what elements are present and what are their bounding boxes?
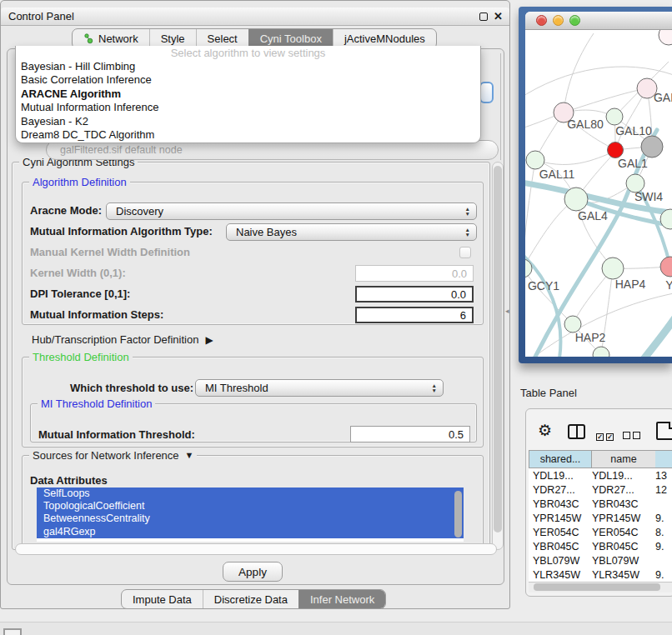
column-header-name[interactable]: name	[592, 450, 656, 468]
settings-horizontal-scrollbar[interactable]	[15, 543, 497, 555]
attribute-item-betweennesscentrality[interactable]: BetweennessCentrality	[37, 512, 464, 525]
kernel-width-field[interactable]: 0.0	[355, 265, 474, 282]
manual-kernel-width-checkbox[interactable]	[459, 247, 471, 258]
node-top-fragment[interactable]	[659, 30, 672, 45]
columns-icon[interactable]	[568, 424, 585, 439]
node-gal10[interactable]	[606, 108, 623, 125]
node-salmon[interactable]	[660, 257, 672, 277]
algorithm-option-bayesian-k2[interactable]: Bayesian - K2	[16, 115, 480, 128]
label-gal-partial: GAL	[654, 91, 672, 104]
table-row[interactable]: YER054CYER054C8.	[529, 525, 672, 539]
application-stage: Control Panel ✕ Network Style Select Cyn…	[0, 0, 672, 635]
cell-name: YBR043C	[592, 498, 655, 510]
tab-jactivemnodules-label: jActiveMNodules	[344, 32, 425, 45]
table-row[interactable]: YDL19...YDL19...13	[529, 468, 672, 482]
algorithm-dropdown-popup: Select algorithm to view settings Bayesi…	[15, 46, 481, 143]
node-gray[interactable]	[641, 136, 663, 158]
apply-button-label: Apply	[238, 566, 267, 578]
algorithm-option-mutual-information[interactable]: Mutual Information Inference	[16, 101, 480, 114]
tab-style-label: Style	[161, 32, 185, 45]
which-threshold-combo[interactable]: MI Threshold ▲ ▼	[195, 379, 444, 397]
float-window-icon[interactable]	[479, 12, 488, 21]
window-close-icon[interactable]	[536, 15, 547, 26]
cell-name: YBR045C	[592, 541, 655, 552]
sources-group-title-row[interactable]: Sources for Network Inference ▼	[29, 449, 197, 462]
algorithm-option-bayesian-hill-climbing[interactable]: Bayesian - Hill Climbing	[16, 60, 480, 73]
table-document-icon[interactable]	[656, 422, 672, 440]
cell-shared: YBR045C	[529, 541, 592, 552]
table-row[interactable]: YPR145WYPR145W9.	[529, 511, 672, 525]
node-gal4[interactable]	[564, 188, 588, 211]
cell-shared: YBR043C	[529, 498, 592, 510]
window-zoom-icon[interactable]	[569, 15, 580, 26]
cell-shared: YPR145W	[529, 512, 592, 524]
table-row[interactable]: YLR345WYLR345W9.	[529, 568, 672, 582]
aracne-mode-label: Aracne Mode:	[30, 204, 102, 218]
mi-threshold-field[interactable]: 0.5	[350, 426, 470, 442]
tab-network-label: Network	[98, 32, 138, 45]
hub-definition-section[interactable]: Hub/Transcription Factor Definition ▶	[32, 333, 213, 347]
table-row[interactable]: YDR27...YDR27...12	[529, 482, 672, 497]
settings-scrollbar-thumb[interactable]	[494, 166, 502, 532]
node-gal1[interactable]	[608, 142, 624, 158]
column-header-shared[interactable]: shared...	[529, 450, 592, 468]
kernel-width-value: 0.0	[452, 268, 467, 280]
attribute-item-selfloops[interactable]: SelfLoops	[37, 488, 464, 500]
label-hap2: HAP2	[575, 331, 606, 344]
attribute-item-gal4rgexp[interactable]: gal4RGexp	[37, 526, 464, 538]
node-hap4[interactable]	[602, 258, 624, 279]
mi-algorithm-type-combo[interactable]: Naive Bayes ▲ ▼	[226, 223, 477, 241]
bottom-left-panel-icon[interactable]	[3, 628, 22, 635]
node-hap2[interactable]	[564, 316, 581, 332]
cell-value: 12	[655, 484, 672, 496]
table-horizontal-scrollbar-thumb[interactable]	[534, 583, 660, 591]
attributes-list-scrollbar-thumb[interactable]	[454, 491, 462, 538]
gear-icon[interactable]: ⚙	[538, 421, 552, 440]
attribute-item-topologicalcoefficient[interactable]: TopologicalCoefficient	[37, 500, 464, 512]
network-canvas[interactable]: GAL80 GAL10 GAL1 GAL11 SWI4 GAL4 GCY1 HA…	[525, 30, 672, 357]
mi-steps-field[interactable]: 6	[355, 307, 474, 323]
table-row[interactable]: YBL079WYBL079W	[529, 553, 672, 568]
label-gcy1: GCY1	[528, 279, 559, 292]
cell-name: YBL079W	[592, 555, 655, 567]
spinner-down-icon: ▼	[432, 388, 437, 393]
dpi-tolerance-field[interactable]: 0.0	[355, 286, 474, 302]
network-window-titlebar[interactable]	[525, 12, 672, 30]
checked-box-icon: ✓	[606, 433, 614, 441]
cell-name: YLR345W	[592, 569, 655, 581]
select-all-checkboxes-icon[interactable]: ✓✓	[596, 428, 616, 442]
table-row[interactable]: YBR045CYBR045C9.	[529, 539, 672, 553]
split-pane-arrow-icon[interactable]: ◂	[505, 307, 509, 315]
close-icon[interactable]: ✕	[494, 10, 503, 22]
algorithm-combo-fragment	[479, 82, 494, 103]
node-table-body[interactable]: YDL19...YDL19...13 YDR27...YDR27...12 YB…	[529, 468, 672, 582]
collapsed-arrow-icon[interactable]: ▶	[205, 333, 213, 347]
algorithm-option-dream8[interactable]: Dream8 DC_TDC Algorithm	[16, 128, 480, 142]
algorithm-option-basic-correlation[interactable]: Basic Correlation Inference	[16, 73, 480, 87]
algorithm-option-aracne[interactable]: ARACNE Algorithm	[16, 88, 480, 101]
node-gal11[interactable]	[526, 151, 544, 169]
mi-algorithm-type-label: Mutual Information Algorithm Type:	[30, 225, 213, 238]
expanded-arrow-icon[interactable]: ▼	[185, 449, 194, 462]
aracne-mode-combo[interactable]: Discovery ▲ ▼	[106, 202, 477, 220]
cell-value: 9.	[655, 569, 672, 581]
manual-kernel-width-label: Manual Kernel Width Definition	[30, 246, 190, 259]
network-graph: GAL80 GAL10 GAL1 GAL11 SWI4 GAL4 GCY1 HA…	[525, 30, 672, 357]
window-minimize-icon[interactable]	[553, 15, 564, 26]
data-attributes-list: SelfLoops TopologicalCoefficient Between…	[37, 488, 464, 542]
apply-button[interactable]: Apply	[223, 562, 283, 582]
cell-shared: YBL079W	[529, 555, 592, 567]
label-gal4: GAL4	[578, 209, 608, 222]
network-node-labels: GAL80 GAL10 GAL1 GAL11 SWI4 GAL4 GCY1 HA…	[528, 91, 672, 344]
algorithm-definition-title: Algorithm Definition	[29, 176, 130, 188]
control-panel-titlebar[interactable]: Control Panel ✕	[1, 8, 509, 26]
table-data-selector-value: galFiltered.sif default node	[60, 144, 183, 156]
tab-discretize-data[interactable]: Discretize Data	[203, 590, 298, 608]
kernel-width-label: Kernel Width (0,1):	[30, 267, 126, 280]
column-header-third[interactable]	[655, 450, 672, 468]
tab-impute-data[interactable]: Impute Data	[122, 590, 203, 608]
settings-vertical-scrollbar[interactable]	[492, 162, 504, 550]
table-row[interactable]: YBR043CYBR043C	[529, 497, 672, 511]
tab-infer-network[interactable]: Infer Network	[298, 590, 385, 608]
deselect-all-checkboxes-icon[interactable]	[623, 428, 643, 442]
